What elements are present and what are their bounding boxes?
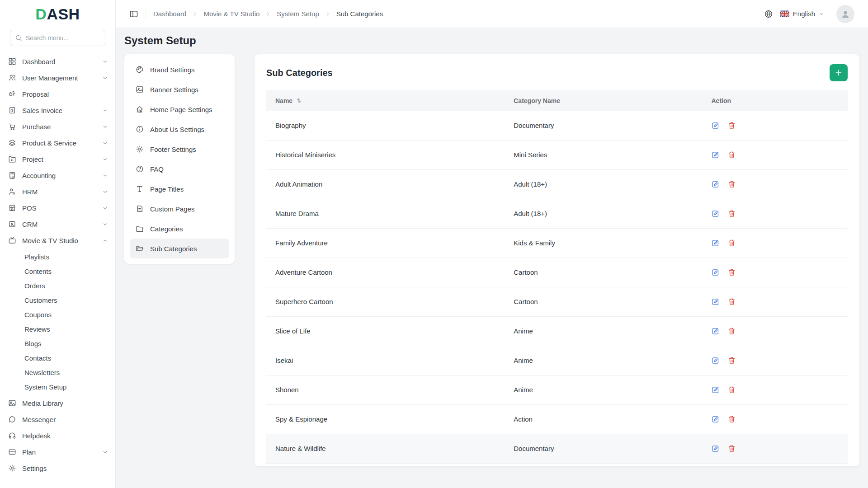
delete-button[interactable] <box>727 268 736 277</box>
settings-menu-item-about-us-settings[interactable]: About Us Settings <box>130 119 229 139</box>
edit-button[interactable] <box>711 415 720 423</box>
sidebar-item-user-management[interactable]: User Management <box>8 70 108 86</box>
edit-button[interactable] <box>711 356 720 365</box>
edit-button[interactable] <box>711 150 720 159</box>
settings-menu-item-categories[interactable]: Categories <box>130 219 229 239</box>
table-row: IsekaiAnime <box>266 346 848 375</box>
sidebar-item-proposal[interactable]: Proposal <box>8 86 108 102</box>
edit-button[interactable] <box>711 239 720 247</box>
delete-button[interactable] <box>727 180 736 188</box>
delete-button[interactable] <box>727 121 736 130</box>
edit-button[interactable] <box>711 209 720 218</box>
gear-icon <box>136 145 144 153</box>
settings-menu-item-label: Footer Settings <box>150 145 196 153</box>
sidebar-subitem-coupons[interactable]: Coupons <box>12 307 108 322</box>
language-selector[interactable]: English <box>780 10 824 18</box>
delete-button[interactable] <box>727 150 736 159</box>
settings-menu-item-sub-categories[interactable]: Sub Categories <box>130 239 229 258</box>
sidebar-subitem-customers[interactable]: Customers <box>12 293 108 307</box>
breadcrumb-item-system-setup[interactable]: System Setup <box>277 10 319 18</box>
edit-button[interactable] <box>711 268 720 277</box>
edit-button[interactable] <box>711 385 720 394</box>
table-row: Mature DramaAdult (18+) <box>266 199 848 228</box>
cell-name: Adult Animation <box>266 169 505 199</box>
cell-action <box>702 346 848 375</box>
sidebar-item-crm[interactable]: CRM <box>8 216 108 232</box>
cell-category: Documentary <box>505 434 702 463</box>
sidebar-item-messenger[interactable]: Messenger <box>8 411 108 427</box>
sidebar-item-media-library[interactable]: Media Library <box>8 395 108 411</box>
edit-button[interactable] <box>711 121 720 130</box>
settings-menu-item-banner-settings[interactable]: Banner Settings <box>130 80 229 99</box>
chevron-down-icon <box>102 59 108 65</box>
sidebar-subitem-reviews[interactable]: Reviews <box>12 322 108 336</box>
sidebar-item-purchase[interactable]: Purchase <box>8 118 108 135</box>
delete-button[interactable] <box>727 209 736 218</box>
chevron-down-icon <box>102 124 108 130</box>
cart-icon <box>8 122 16 131</box>
sidebar-subitem-blogs[interactable]: Blogs <box>12 336 108 351</box>
sidebar-item-plan[interactable]: Plan <box>8 444 108 460</box>
breadcrumb-item-movie-tv-studio[interactable]: Movie & TV Studio <box>203 10 259 18</box>
search-input[interactable] <box>10 30 105 46</box>
settings-menu-item-home-page-settings[interactable]: Home Page Settings <box>130 99 229 119</box>
help-icon <box>136 165 144 173</box>
settings-menu-item-page-titles[interactable]: Page Titles <box>130 179 229 199</box>
chevron-down-icon <box>102 140 108 146</box>
main-area: DashboardMovie & TV StudioSystem SetupSu… <box>116 0 868 488</box>
edit-button[interactable] <box>711 444 720 453</box>
sidebar-item-product-service[interactable]: Product & Service <box>8 135 108 151</box>
sidebar-subitem-contents[interactable]: Contents <box>12 264 108 278</box>
sidebar-item-project[interactable]: Project <box>8 151 108 167</box>
settings-menu-item-brand-settings[interactable]: Brand Settings <box>130 60 229 80</box>
edit-button[interactable] <box>711 180 720 188</box>
delete-button[interactable] <box>727 385 736 394</box>
logo-letter: D <box>35 5 47 23</box>
sidebar-item-dashboard[interactable]: Dashboard <box>8 53 108 70</box>
sidebar-subitem-orders[interactable]: Orders <box>12 278 108 293</box>
sidebar-item-movie-tv-studio[interactable]: Movie & TV Studio <box>8 232 108 249</box>
delete-button[interactable] <box>727 415 736 423</box>
cell-name: Mature Drama <box>266 199 505 228</box>
users-icon <box>8 74 16 82</box>
delete-button[interactable] <box>727 444 736 453</box>
cell-action <box>702 316 848 346</box>
edit-button[interactable] <box>711 297 720 306</box>
app-root: DASH DashboardUser ManagementProposal$Sa… <box>0 0 868 488</box>
breadcrumb-item-dashboard[interactable]: Dashboard <box>153 10 186 18</box>
sidebar-item-helpdesk[interactable]: Helpdesk <box>8 427 108 444</box>
sidebar-item-pos[interactable]: POS <box>8 200 108 216</box>
chevron-up-icon <box>102 238 108 244</box>
sidebar-item-settings[interactable]: Settings <box>8 460 108 476</box>
sidebar-subitem-contacts[interactable]: Contacts <box>12 351 108 365</box>
sidebar-item-sales-invoice[interactable]: $Sales Invoice <box>8 102 108 118</box>
settings-menu-item-faq[interactable]: FAQ <box>130 159 229 179</box>
cell-category: Cartoon <box>505 258 702 287</box>
filetext-icon <box>136 205 144 213</box>
delete-button[interactable] <box>727 297 736 306</box>
sidebar-subitem-playlists[interactable]: Playlists <box>12 249 108 264</box>
add-button[interactable] <box>830 64 848 81</box>
grid-icon <box>8 57 16 66</box>
delete-button[interactable] <box>727 239 736 247</box>
edit-icon <box>711 385 720 394</box>
delete-button[interactable] <box>727 327 736 335</box>
table-row: Adventure CartoonCartoon <box>266 258 848 287</box>
logo[interactable]: DASH <box>0 0 115 28</box>
sidebar-subitem-system-setup[interactable]: System Setup <box>12 380 108 394</box>
globe-icon[interactable] <box>764 9 773 19</box>
cell-category: Adult (18+) <box>505 169 702 199</box>
delete-button[interactable] <box>727 356 736 365</box>
sidebar-subitem-newsletters[interactable]: Newsletters <box>12 365 108 380</box>
cell-name: Historical Miniseries <box>266 140 505 169</box>
edit-button[interactable] <box>711 327 720 335</box>
sidebar-item-accounting[interactable]: Accounting <box>8 167 108 183</box>
sidebar-toggle-button[interactable] <box>129 9 138 19</box>
sidebar-item-hrm[interactable]: HRM <box>8 183 108 200</box>
sort-icon[interactable] <box>296 97 302 104</box>
settings-menu-item-custom-pages[interactable]: Custom Pages <box>130 199 229 219</box>
cell-action <box>702 287 848 316</box>
settings-menu-item-footer-settings[interactable]: Footer Settings <box>130 139 229 159</box>
column-header-name[interactable]: Name <box>266 90 505 111</box>
avatar[interactable] <box>836 5 854 23</box>
